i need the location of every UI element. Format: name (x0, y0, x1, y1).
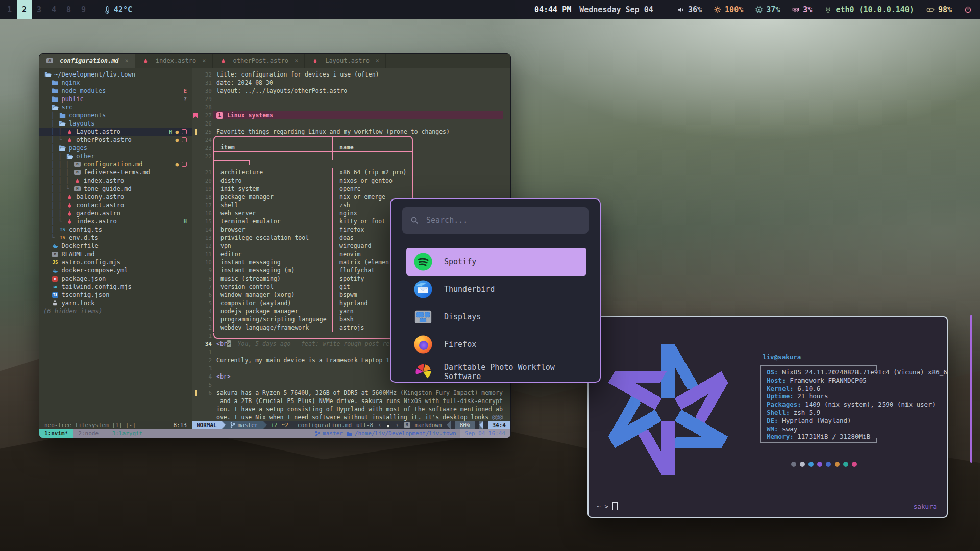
tree-item-layouts[interactable]: │ layouts (39, 119, 192, 128)
launcher-item-spotify[interactable]: Spotify (406, 248, 586, 276)
tree-item-layout-astro[interactable]: │ │ Layout.astroH● (39, 128, 192, 136)
tree-item-label: node_modules (61, 87, 106, 94)
bar-value-brightness: 100% (725, 5, 743, 14)
tree-item-readme-md[interactable]: MREADME.md (39, 250, 192, 258)
clock-module[interactable]: 04:44 PM Wednesday Sep 04 (534, 5, 653, 14)
tree-item-configuration-md[interactable]: │ │ │ Mconfiguration.md● (39, 160, 192, 168)
tree-item-fediverse-terms-md[interactable]: │ │ │ Mfediverse-terms.md (39, 168, 192, 177)
workspace-button-4[interactable]: 4 (46, 0, 61, 19)
table-row (213, 152, 413, 160)
launcher-item-displays[interactable]: Displays (406, 303, 586, 331)
bar-module-memory[interactable]: 3% (792, 5, 812, 14)
launcher-item-label: Thunderbird (444, 285, 495, 294)
tree-item-tone-guide-md[interactable]: │ │ └ Mtone-guide.md (39, 185, 192, 193)
background-window-border[interactable] (970, 315, 972, 463)
terminal-cursor (612, 502, 618, 510)
tree-item-otherpost-astro[interactable]: │ └ otherPost.astro● (39, 136, 192, 144)
typescript-orange-icon: TS (58, 235, 67, 240)
tree-item-node-modules[interactable]: node_modulesE (39, 87, 192, 95)
astro-icon (141, 58, 150, 64)
launcher-searchbox[interactable] (402, 207, 589, 234)
shell-prompt[interactable]: ~ > (597, 502, 618, 510)
bar-module-power[interactable] (964, 6, 972, 14)
bar-module-network[interactable]: eth0 (10.0.0.140) (824, 5, 914, 14)
tree-item-index-astro[interactable]: │ │ │ index.astro (39, 177, 192, 185)
launcher-item-darktable-photo-workflow-software[interactable]: Darktable Photo Workflow Software (406, 358, 586, 383)
bar-module-volume[interactable]: 36% (677, 5, 702, 14)
bookmark-sign-icon (193, 113, 198, 118)
tree-item-pages[interactable]: │ pages (39, 144, 192, 152)
temperature-module[interactable]: 42°C (104, 5, 132, 14)
workspace-button-8[interactable]: 8 (61, 0, 76, 19)
tree-item-garden-astro[interactable]: │ │ garden.astro (39, 209, 192, 217)
workspace-button-2[interactable]: 2 (17, 0, 32, 19)
tree-item-nginx[interactable]: nginx (39, 79, 192, 87)
search-icon (410, 216, 419, 224)
table-row: init systemopenrc (213, 185, 413, 193)
table-cell-item: version control (214, 283, 333, 291)
workspace-button-9[interactable]: 9 (76, 0, 91, 19)
tree-item-public[interactable]: public? (39, 95, 192, 103)
tree-item-index-astro[interactable]: │ └ index.astroH (39, 217, 192, 226)
tree-item-env-d-ts[interactable]: └ TSenv.d.ts (39, 234, 192, 242)
close-tab-icon[interactable]: × (202, 57, 206, 64)
tree-item-tailwind-config-mjs[interactable]: ≈tailwind.config.mjs (39, 283, 192, 291)
neotree-status-label: neo-tree filesystem [1] [-] (44, 422, 136, 429)
tree-item-other[interactable]: │ │ other (39, 152, 192, 160)
astro-icon (311, 58, 320, 64)
tmux-window-3-lazygit[interactable]: 3:lazygit (107, 429, 148, 438)
launcher-item-firefox[interactable]: Firefox (406, 331, 586, 358)
tree-item-package-json[interactable]: npackage.json (39, 274, 192, 283)
tree-item-dockerfile[interactable]: Dockerfile (39, 242, 192, 250)
table-cell-item: distro (214, 177, 333, 185)
fetch-info-line: OS: NixOS 24.11.20240828.71e91c4 (Vicuna… (767, 368, 877, 377)
close-tab-icon[interactable]: × (376, 57, 379, 64)
line-number: 6 (199, 390, 212, 396)
line-number: 5 (199, 382, 212, 388)
tab-index-astro[interactable]: index.astro× (135, 54, 213, 68)
palette-dot (817, 462, 822, 467)
line-number: 9 (199, 267, 212, 274)
bar-module-brightness[interactable]: 100% (714, 5, 743, 14)
tree-item-balcony-astro[interactable]: │ │ balcony.astro (39, 193, 192, 201)
tmux-cwd-path: /home/liv/Development/liv.town (355, 430, 456, 437)
close-tab-icon[interactable]: × (125, 57, 129, 64)
tree-item-yarn-lock[interactable]: yarn.lock (39, 299, 192, 307)
tree-item-astro-config-mjs[interactable]: JSastro.config.mjs (39, 258, 192, 266)
tmux-window-2-node[interactable]: 2:node- (73, 429, 107, 438)
workspace-button-3[interactable]: 3 (32, 0, 46, 19)
tree-item-config-ts[interactable]: │ TSconfig.ts (39, 226, 192, 234)
tree-item-label: contact.astro (76, 202, 124, 209)
tab-otherpost-astro[interactable]: otherPost.astro× (213, 54, 305, 68)
tmux-window-1-nvim[interactable]: 1:nvim* (39, 429, 73, 438)
fetch-info-value: NixOS 24.11.20240828.71e91c4 (Vicuna) x8… (778, 368, 947, 376)
tree-item-components[interactable]: │ components (39, 111, 192, 119)
tab-layout-astro[interactable]: Layout.astro× (305, 54, 386, 68)
search-input[interactable] (425, 215, 580, 226)
tree-item-docker-compose-yml[interactable]: docker-compose.yml (39, 266, 192, 274)
tree-item-6-hidden-items[interactable]: (6 hidden items) (39, 307, 192, 315)
indent-guide: │ └ (43, 218, 65, 225)
tree-item-contact-astro[interactable]: │ │ contact.astro (39, 201, 192, 209)
close-tab-icon[interactable]: × (295, 57, 298, 64)
heading-text: Linux systems (227, 112, 273, 119)
indent-guide: │ │ (43, 193, 65, 201)
table-cell-item: webdev language/framework (214, 323, 333, 332)
network-icon (824, 6, 832, 13)
fetch-info-label: WM: (767, 425, 778, 433)
tab-configuration-md[interactable]: Mconfiguration.md× (39, 54, 135, 68)
tree-item-label: otherPost.astro (76, 136, 131, 143)
launcher-item-thunderbird[interactable]: Thunderbird (406, 276, 586, 303)
tree-item-src[interactable]: src (39, 103, 192, 111)
workspace-button-1[interactable]: 1 (2, 0, 17, 19)
buffer-line: 32title: configuration for devices i use… (192, 70, 510, 79)
tree-item-tsconfig-json[interactable]: TStsconfig.json (39, 291, 192, 299)
line-text: and a 2TB (Crucial P5 Plus) NVMe drive. … (216, 397, 503, 405)
table-header-row: itemname (213, 144, 413, 152)
bar-module-cpu[interactable]: 37% (755, 5, 780, 14)
fetch-info-value: sway (778, 425, 798, 433)
tree-item-development-liv-town[interactable]: ~/Development/liv.town (39, 70, 192, 79)
git-branch-segment: master (226, 421, 263, 429)
bar-module-battery[interactable]: 98% (926, 5, 952, 14)
folder-icon (58, 145, 67, 151)
